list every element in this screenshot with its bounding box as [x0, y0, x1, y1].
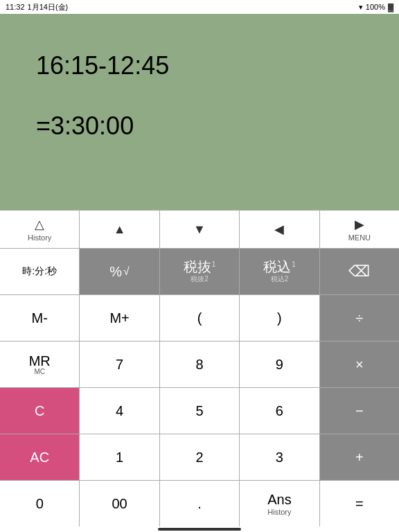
digit-0-label: 0 [36, 496, 44, 511]
all-clear-label: AC [30, 450, 49, 465]
digit-7-label: 7 [116, 357, 123, 372]
subtract-label: − [355, 403, 364, 418]
decimal-label: . [197, 496, 202, 511]
digit-2-label: 2 [195, 450, 203, 465]
ans-label: Ans [267, 492, 291, 508]
nav-row: △ History ▲ ▼ ◀ ▶ MENU [0, 210, 399, 248]
left-paren-button[interactable]: ( [160, 295, 240, 341]
divide-label: ÷ [355, 310, 363, 326]
digit-4-button[interactable]: 4 [80, 388, 159, 434]
scroll-up-button[interactable]: ▲ [80, 211, 159, 248]
digit-3-button[interactable]: 3 [240, 434, 319, 480]
digit-4-label: 4 [116, 403, 123, 418]
status-bar: 11:32 1月14日(金) ▾ 100% ▓ [0, 0, 399, 14]
equals-label: = [355, 496, 364, 511]
equals-button[interactable]: = [320, 481, 399, 526]
decimal-button[interactable]: . [160, 481, 240, 526]
time-label: 時:分:秒 [22, 266, 57, 276]
time-button[interactable]: 時:分:秒 [0, 249, 80, 294]
down-arrow-icon: ▼ [193, 222, 206, 237]
sqrt-label: √ [123, 265, 130, 278]
left-arrow-icon: ◀ [274, 222, 284, 237]
multiply-button[interactable]: × [320, 342, 399, 387]
row-79: MR MC 7 8 9 × [0, 341, 399, 387]
history-button[interactable]: △ History [0, 211, 80, 248]
right-paren-label: ) [277, 310, 282, 326]
mc-label: MC [34, 369, 45, 375]
status-time-area: 11:32 1月14日(金) [6, 2, 68, 12]
memory-minus-label: M- [32, 310, 48, 326]
digit-9-label: 9 [276, 357, 283, 372]
digit-6-label: 6 [276, 403, 283, 418]
ans-history-button[interactable]: Ans History [240, 481, 319, 526]
left-paren-label: ( [197, 310, 202, 326]
divide-button[interactable]: ÷ [320, 295, 399, 341]
cursor-left-button[interactable]: ◀ [240, 211, 319, 248]
digit-3-label: 3 [276, 450, 283, 465]
digit-7-button[interactable]: 7 [80, 342, 159, 387]
tax-in-button[interactable]: 税込 1 税込2 [240, 249, 319, 294]
memory-plus-label: M+ [109, 310, 129, 326]
right-paren-button[interactable]: ) [240, 295, 319, 341]
tax-ex-sub1: 1 [212, 260, 216, 268]
add-label: + [355, 450, 364, 465]
calculator-keypad: △ History ▲ ▼ ◀ ▶ MENU 時:分:秒 % √ [0, 210, 399, 526]
menu-label: MENU [348, 233, 371, 242]
status-date: 1月14日(金) [28, 2, 69, 12]
calculator-display: 16:15-12:45 =3:30:00 [0, 14, 399, 210]
display-expression: 16:15-12:45 =3:30:00 [8, 21, 391, 200]
digit-00-label: 00 [112, 496, 127, 511]
tax-in-label: 税込 [263, 259, 291, 274]
up-arrow-icon: ▲ [114, 222, 126, 237]
tax-ex-sub2: 税抜2 [190, 274, 209, 284]
digit-2-button[interactable]: 2 [160, 434, 240, 480]
digit-0-button[interactable]: 0 [0, 481, 80, 526]
mr-label: MR [29, 353, 51, 369]
battery-icon: ▓ [388, 3, 393, 11]
clear-button[interactable]: C [0, 388, 80, 434]
all-clear-button[interactable]: AC [0, 434, 80, 480]
ans-history-label: History [267, 508, 291, 516]
status-time: 11:32 [6, 3, 25, 11]
clear-label: C [35, 403, 44, 418]
tax-in-sub2: 税込2 [271, 274, 289, 284]
scroll-down-button[interactable]: ▼ [160, 211, 240, 248]
add-button[interactable]: + [320, 434, 399, 480]
memory-plus-button[interactable]: M+ [80, 295, 159, 341]
tax-in-sub1: 1 [292, 260, 296, 268]
row-13: AC 1 2 3 + [0, 434, 399, 480]
tax-ex-button[interactable]: 税抜 1 税抜2 [160, 249, 240, 294]
triangle-icon: △ [35, 217, 44, 232]
digit-1-button[interactable]: 1 [80, 434, 159, 480]
row-bottom: 0 00 . Ans History = [0, 480, 399, 526]
digit-1-label: 1 [116, 450, 123, 465]
right-arrow-icon: ▶ [355, 217, 364, 232]
percent-button[interactable]: % √ [80, 249, 159, 294]
digit-8-button[interactable]: 8 [160, 342, 240, 387]
subtract-button[interactable]: − [320, 388, 399, 434]
battery-level: 100% [366, 3, 385, 11]
digit-8-label: 8 [195, 357, 203, 372]
digit-6-button[interactable]: 6 [240, 388, 319, 434]
backspace-icon: ⌫ [348, 263, 370, 280]
function-row: 時:分:秒 % √ 税抜 1 税抜2 税込 1 税込2 ⌫ [0, 248, 399, 294]
row-46: C 4 5 6 − [0, 387, 399, 434]
home-indicator [0, 526, 399, 532]
mr-button[interactable]: MR MC [0, 342, 80, 387]
display-line1: 16:15-12:45 [36, 51, 169, 80]
percent-label: % [109, 264, 122, 279]
digit-5-label: 5 [195, 403, 203, 418]
home-bar [158, 528, 241, 531]
tax-ex-label: 税抜 [184, 259, 211, 274]
digit-00-button[interactable]: 00 [80, 481, 159, 526]
memory-row: M- M+ ( ) ÷ [0, 294, 399, 341]
history-label: History [28, 233, 51, 242]
memory-minus-button[interactable]: M- [0, 295, 80, 341]
multiply-label: × [355, 357, 364, 372]
display-line2: =3:30:00 [36, 112, 134, 140]
digit-9-button[interactable]: 9 [240, 342, 319, 387]
backspace-button[interactable]: ⌫ [320, 249, 399, 294]
digit-5-button[interactable]: 5 [160, 388, 240, 434]
menu-button[interactable]: ▶ MENU [320, 211, 399, 248]
wifi-icon: ▾ [359, 3, 363, 12]
